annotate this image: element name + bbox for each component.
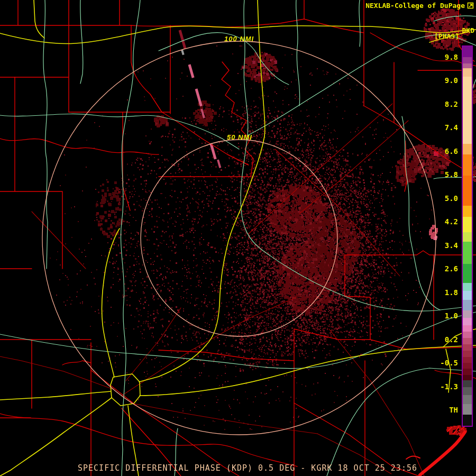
color-scale-segment (463, 351, 472, 357)
color-scale-segment (463, 63, 472, 68)
product-code-label: DKD (462, 26, 474, 34)
secondary-roads (0, 104, 424, 476)
color-scale-segment (463, 57, 472, 63)
color-scale-segment (463, 310, 472, 318)
color-scale-tick-label: 1.8 (445, 288, 458, 297)
color-scale-tick-label: 9.0 (445, 76, 458, 85)
color-scale-tick-label: 2.6 (445, 264, 458, 273)
color-scale-tick-label: -1.3 (440, 382, 458, 391)
color-scale-tick-label: 8.2 (445, 100, 458, 108)
status-bar: SPECIFIC DIFFERENTIAL PHASE (KDP) 0.5 DE… (78, 463, 417, 473)
brand-link[interactable]: NEXLAB-College of DuPage (365, 2, 465, 10)
color-scale-segment (463, 47, 472, 57)
color-scale-tick-label: 5.8 (445, 170, 458, 179)
ring-label-100nmi: 100 NMI (224, 35, 254, 43)
color-scale-bar (462, 45, 473, 427)
color-scale-segment (463, 68, 472, 77)
rivers (0, 33, 476, 466)
color-scale-segment (463, 264, 472, 283)
color-scale-segment (463, 369, 472, 375)
county-borders (0, 0, 476, 476)
color-scale-tick-label: 1.0 (445, 312, 458, 320)
color-scale-segment (463, 380, 472, 387)
color-scale-segment (463, 144, 472, 154)
color-scale-tick-label: 0.2 (445, 335, 458, 344)
color-scale-segment (463, 387, 472, 395)
color-scale-segment (463, 415, 472, 426)
color-scale-tick-label: 7.4 (445, 123, 458, 132)
radar-viewer: NEXLAB-College of DuPage DKD [PHAS] 100 … (0, 0, 476, 476)
color-scale-segment (463, 344, 472, 351)
ring-50nmi (141, 140, 337, 336)
color-scale-tick-label: 4.2 (445, 217, 458, 226)
color-scale-segment (463, 291, 472, 300)
ring-100nmi (42, 41, 436, 435)
color-scale-segment (463, 395, 472, 404)
color-scale-segment (463, 375, 472, 380)
color-scale-segment (463, 332, 472, 338)
color-scale-segment (463, 217, 472, 232)
color-scale-segment (463, 242, 472, 264)
color-scale-segment (463, 206, 472, 217)
color-scale-segment (463, 154, 472, 176)
color-scale-segment (463, 300, 472, 310)
color-scale-segment (463, 404, 472, 415)
color-scale-segment (463, 338, 472, 344)
color-scale-tick-label: 3.4 (445, 241, 458, 250)
color-scale-segment (463, 77, 472, 144)
color-scale-tick-label: -0.5 (440, 359, 458, 367)
color-scale-tick-label: TH (449, 406, 458, 414)
color-scale-segment (463, 357, 472, 363)
map-overlay (0, 0, 476, 476)
external-link-icon[interactable] (467, 2, 474, 9)
color-scale-segment (463, 325, 472, 332)
color-scale-segment (463, 363, 472, 369)
ring-label-50nmi: 50 NMI (227, 133, 252, 141)
color-scale-tick-label: 9.8 (445, 53, 458, 61)
product-tag-label: [PHAS] (434, 32, 459, 40)
color-scale-tick-label: 6.6 (445, 147, 458, 155)
color-scale-segment (463, 176, 472, 206)
color-scale-tick-label: 5.0 (445, 194, 458, 203)
color-scale-segment (463, 283, 472, 291)
minor-roads (0, 0, 476, 476)
highways (0, 0, 476, 476)
range-rings (42, 41, 436, 435)
color-scale-segment (463, 232, 472, 242)
color-scale-segment (463, 318, 472, 325)
